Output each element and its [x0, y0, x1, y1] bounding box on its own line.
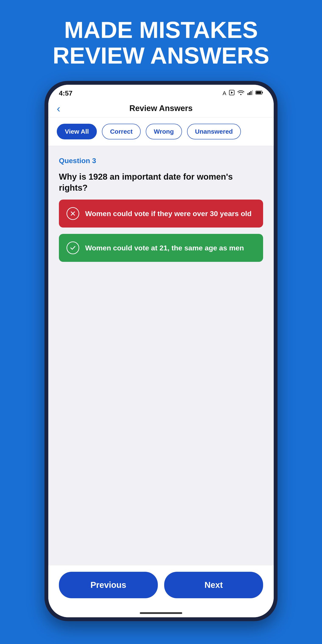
svg-rect-2: [248, 93, 248, 95]
filter-unanswered[interactable]: Unanswered: [187, 124, 241, 140]
page-header: MADE MISTAKES REVIEW ANSWERS: [53, 17, 270, 68]
answer-correct-text: Women could vote at 21, the same age as …: [85, 243, 244, 252]
svg-marker-1: [231, 91, 233, 94]
question-text: Why is 1928 an important date for women'…: [59, 171, 263, 193]
bottom-nav: Previous Next: [48, 566, 274, 609]
notification-icon: A: [223, 90, 226, 96]
status-time: 4:57: [59, 90, 72, 97]
status-icons: A: [223, 90, 263, 97]
svg-rect-4: [250, 91, 252, 95]
nav-bar: ‹ Review Answers: [48, 100, 274, 117]
header-line1: MADE MISTAKES: [53, 17, 270, 42]
answer-wrong-text: Women could vote if they were over 30 ye…: [85, 209, 252, 218]
battery-icon: [256, 90, 263, 96]
home-indicator-bar: [140, 612, 182, 614]
answer-correct: Women could vote at 21, the same age as …: [59, 234, 263, 262]
nav-title: Review Answers: [130, 104, 193, 113]
answer-wrong: Women could vote if they were over 30 ye…: [59, 200, 263, 228]
filter-wrong[interactable]: Wrong: [146, 124, 182, 140]
question-label: Question 3: [59, 156, 263, 165]
svg-rect-7: [256, 91, 261, 94]
content-area: Question 3 Why is 1928 an important date…: [48, 146, 274, 566]
filter-correct[interactable]: Correct: [102, 124, 141, 140]
wrong-icon: [66, 207, 79, 220]
correct-icon: [66, 242, 79, 254]
filter-bar: View All Correct Wrong Unanswered: [48, 117, 274, 146]
signal-icon: [247, 90, 253, 97]
phone-frame: 4:57 A: [44, 81, 278, 621]
media-icon: [229, 90, 235, 97]
previous-button[interactable]: Previous: [59, 572, 158, 598]
status-bar: 4:57 A: [48, 85, 274, 100]
svg-rect-8: [262, 92, 263, 93]
header-line2: REVIEW ANSWERS: [53, 42, 270, 68]
filter-view-all[interactable]: View All: [57, 124, 97, 140]
back-button[interactable]: ‹: [57, 102, 60, 114]
wifi-icon: [237, 90, 244, 97]
next-button[interactable]: Next: [164, 572, 263, 598]
home-indicator: [48, 609, 274, 617]
svg-rect-5: [252, 90, 253, 95]
svg-rect-3: [249, 92, 250, 95]
phone-screen: 4:57 A: [48, 85, 274, 617]
spacer: [59, 268, 263, 566]
